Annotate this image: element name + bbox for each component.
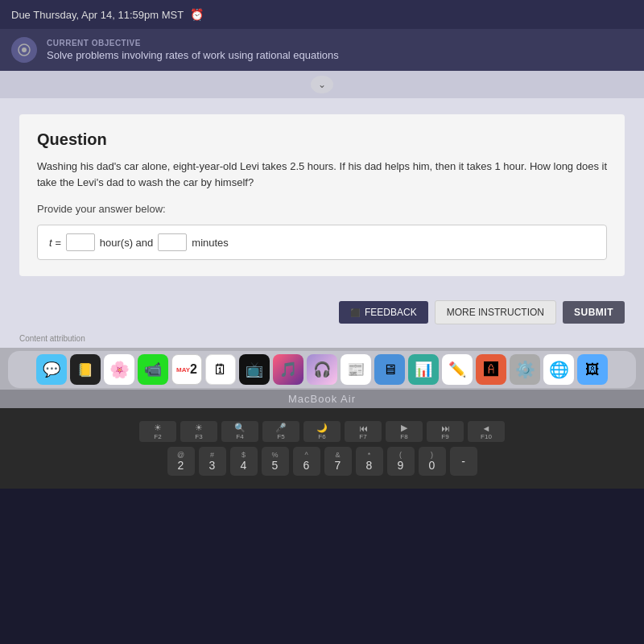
dock-icon-messages[interactable]: 💬 xyxy=(36,354,67,385)
key-star-8[interactable]: *8 xyxy=(356,447,383,476)
collapse-button[interactable]: ⌄ xyxy=(311,76,333,93)
key-dollar-4[interactable]: $4 xyxy=(230,447,258,476)
objective-bar: CURRENT OBJECTIVE Solve problems involvi… xyxy=(0,29,644,71)
minutes-unit: minutes xyxy=(192,237,229,249)
submit-label: SUBMIT xyxy=(574,307,613,318)
feedback-icon: ⬛ xyxy=(350,308,360,317)
content-attribution: Content attribution xyxy=(0,332,644,348)
hours-unit: hour(s) and xyxy=(100,237,153,249)
provide-answer-label: Provide your answer below: xyxy=(37,203,607,215)
objective-label: CURRENT OBJECTIVE xyxy=(47,39,339,47)
dock-icon-appletv[interactable]: 📺 xyxy=(239,354,270,385)
top-bar: Due Thursday, Apr 14, 11:59pm MST ⏰ xyxy=(0,0,644,29)
attribution-text: Content attribution xyxy=(19,334,85,343)
key-f5[interactable]: 🎤F5 xyxy=(262,421,299,442)
submit-button[interactable]: SUBMIT xyxy=(563,301,625,324)
objective-icon xyxy=(11,37,37,63)
due-date-text: Due Thursday, Apr 14, 11:59pm MST xyxy=(11,9,184,21)
key-f9[interactable]: ⏭F9 xyxy=(427,421,464,442)
question-title: Question xyxy=(37,130,607,149)
key-f10[interactable]: ◄F10 xyxy=(468,421,505,442)
key-f3[interactable]: ☀F3 xyxy=(180,421,217,442)
more-instruction-label: MORE INSTRUCTION xyxy=(447,307,544,318)
question-card: Question Washing his dad's car alone, ei… xyxy=(19,114,625,276)
feedback-label: FEEDBACK xyxy=(365,307,417,318)
number-key-row: @2 #3 $4 %5 ^6 &7 *8 (9 )0 - xyxy=(8,447,636,476)
macbook-text: MacBook Air xyxy=(288,393,356,405)
key-percent-5[interactable]: %5 xyxy=(262,447,289,476)
keyboard-area: ☀F2 ☀F3 🔍F4 🎤F5 🌙F6 ⏮F7 ▶F8 ⏭F9 ◄F10 @2 … xyxy=(0,408,644,489)
dock-icon-swift[interactable]: 🅰 xyxy=(476,354,506,385)
dock-icon-music[interactable]: 🎵 xyxy=(273,354,303,385)
key-f7[interactable]: ⏮F7 xyxy=(345,421,382,442)
answer-input-box: t = hour(s) and minutes xyxy=(37,225,607,260)
alarm-icon: ⏰ xyxy=(190,8,204,21)
key-f2[interactable]: ☀F2 xyxy=(139,421,176,442)
main-content: Question Washing his dad's car alone, ei… xyxy=(0,98,644,292)
key-hash-3[interactable]: #3 xyxy=(199,447,226,476)
key-at-2[interactable]: @2 xyxy=(167,447,195,476)
key-caret-6[interactable]: ^6 xyxy=(293,447,320,476)
dock-icon-numbers[interactable]: 📊 xyxy=(408,354,439,385)
svg-point-1 xyxy=(22,47,27,52)
more-instruction-button[interactable]: MORE INSTRUCTION xyxy=(435,300,556,324)
macbook-label: MacBook Air xyxy=(0,390,644,408)
dock-icon-calendar[interactable]: MAY 2 xyxy=(171,354,202,385)
dock-icon-podcasts[interactable]: 🎧 xyxy=(307,354,337,385)
dock-bar: 💬 📒 🌸 📹 MAY 2 🗓 📺 🎵 🎧 📰 🖥 📊 ✏️ 🅰 ⚙️ 🌐 🖼 xyxy=(8,351,636,388)
function-key-row: ☀F2 ☀F3 🔍F4 🎤F5 🌙F6 ⏮F7 ▶F8 ⏭F9 ◄F10 xyxy=(8,421,636,442)
key-rparen-0[interactable]: )0 xyxy=(419,447,446,476)
dock-icon-photos[interactable]: 🌸 xyxy=(104,354,134,385)
key-f6[interactable]: 🌙F6 xyxy=(303,421,341,442)
dock-icon-facetime[interactable]: 📹 xyxy=(138,354,168,385)
feedback-button[interactable]: ⬛ FEEDBACK xyxy=(339,301,428,324)
actions-area: ⬛ FEEDBACK MORE INSTRUCTION SUBMIT xyxy=(0,292,644,332)
dock-icon-news[interactable]: 📰 xyxy=(341,354,371,385)
key-f8[interactable]: ▶F8 xyxy=(386,421,423,442)
dock-icon-reminders[interactable]: 🗓 xyxy=(205,354,236,385)
minutes-input[interactable] xyxy=(158,233,187,251)
dock-area: 💬 📒 🌸 📹 MAY 2 🗓 📺 🎵 🎧 📰 🖥 📊 ✏️ 🅰 ⚙️ 🌐 🖼 xyxy=(0,348,644,390)
question-text: Washing his dad's car alone, eight-year-… xyxy=(37,159,607,190)
objective-title: Solve problems involving rates of work u… xyxy=(47,49,339,61)
hours-input[interactable] xyxy=(66,233,95,251)
dock-icon-preview[interactable]: 🖼 xyxy=(577,354,608,385)
dock-icon-pencil[interactable]: ✏️ xyxy=(442,354,473,385)
dock-icon-finder[interactable]: 🖥 xyxy=(374,354,405,385)
t-label: t = xyxy=(49,237,61,249)
key-amp-7[interactable]: &7 xyxy=(324,447,352,476)
key-minus[interactable]: - xyxy=(450,447,477,476)
key-f4[interactable]: 🔍F4 xyxy=(221,421,258,442)
dock-icon-chrome[interactable]: 🌐 xyxy=(543,354,574,385)
dock-icon-settings[interactable]: ⚙️ xyxy=(510,354,540,385)
chevron-container: ⌄ xyxy=(0,71,644,98)
key-lparen-9[interactable]: (9 xyxy=(387,447,415,476)
dock-icon-notes[interactable]: 📒 xyxy=(70,354,101,385)
objective-content: CURRENT OBJECTIVE Solve problems involvi… xyxy=(47,39,339,61)
